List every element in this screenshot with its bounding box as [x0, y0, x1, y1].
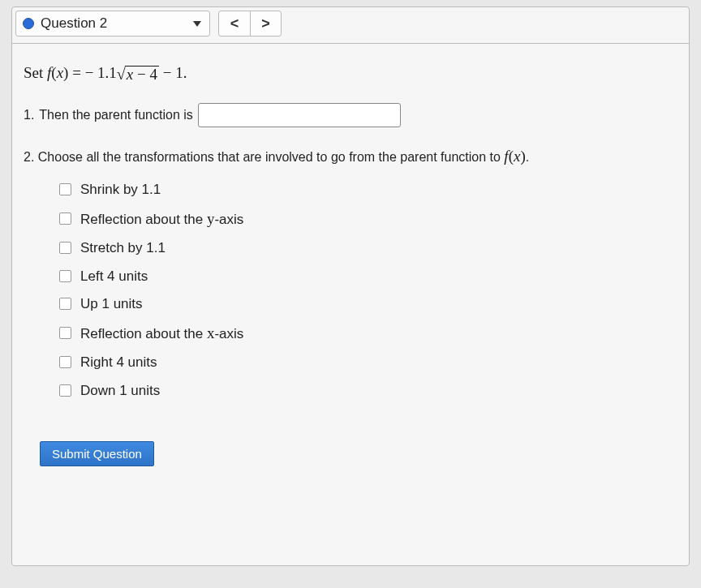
- y-var: y: [207, 210, 215, 227]
- submit-question-button[interactable]: Submit Question: [40, 441, 154, 466]
- chevron-left-icon: <: [230, 15, 239, 32]
- tail-one: 1: [175, 64, 183, 81]
- fn-period: .: [183, 64, 187, 81]
- paren-close: ): [63, 64, 68, 81]
- next-question-button[interactable]: >: [250, 11, 281, 36]
- negative-sign: −: [85, 64, 97, 81]
- checkbox-up-1[interactable]: [59, 298, 71, 310]
- radicand: x − 4: [125, 66, 159, 84]
- sqrt-expression: √x − 4: [117, 66, 159, 84]
- rad-minus: −: [133, 66, 149, 83]
- checkbox-reflect-y[interactable]: [59, 212, 71, 225]
- part-2-text: Choose all the transformations that are …: [38, 150, 505, 164]
- label-shrink: Shrink by 1.1: [80, 179, 161, 200]
- checkbox-down-1[interactable]: [59, 384, 71, 397]
- part-1-number: 1.: [24, 105, 34, 125]
- label-left-4: Left 4 units: [80, 266, 148, 287]
- checkbox-right-4[interactable]: [59, 356, 71, 368]
- fn-x: x: [57, 64, 63, 81]
- part-1: 1. Then the parent function is: [24, 103, 673, 127]
- label-up-1: Up 1 units: [80, 294, 143, 315]
- part-2-number: 2.: [24, 150, 34, 164]
- question-header: Question 2 < >: [12, 7, 689, 40]
- option-reflect-y: Reflection about the y-axis: [56, 208, 673, 231]
- p2-period: .: [526, 150, 529, 164]
- part-2: 2. Choose all the transformations that a…: [24, 145, 673, 169]
- option-left-4: Left 4 units: [56, 266, 673, 287]
- label-stretch: Stretch by 1.1: [80, 238, 166, 259]
- transformation-options: Shrink by 1.1 Reflection about the y-axi…: [56, 179, 673, 401]
- set-prefix: Set: [24, 64, 47, 81]
- coefficient: 1.1: [97, 64, 117, 81]
- question-card: Question 2 < > Set f(x) = − 1.1√x − 4: [11, 6, 690, 566]
- label-reflect-x: Reflection about the x-axis: [80, 322, 243, 346]
- checkbox-left-4[interactable]: [59, 270, 71, 282]
- parent-function-input[interactable]: [198, 103, 401, 127]
- option-down-1: Down 1 units: [56, 380, 673, 401]
- checkbox-stretch[interactable]: [59, 242, 71, 254]
- question-selector-label: Question 2: [41, 15, 107, 32]
- status-dot-icon: [23, 18, 34, 29]
- question-nav: < >: [218, 11, 282, 36]
- chevron-down-icon: [193, 21, 201, 27]
- option-shrink: Shrink by 1.1: [56, 179, 673, 200]
- rad-x: x: [127, 66, 133, 83]
- option-up-1: Up 1 units: [56, 294, 673, 315]
- rad-four: 4: [149, 66, 157, 83]
- equals-sign: =: [72, 64, 84, 81]
- function-definition: Set f(x) = − 1.1√x − 4 − 1.: [24, 62, 673, 85]
- question-selector[interactable]: Question 2: [15, 11, 210, 36]
- option-stretch: Stretch by 1.1: [56, 238, 673, 259]
- x-var: x: [207, 324, 215, 341]
- checkbox-shrink[interactable]: [59, 183, 71, 195]
- part-1-text: Then the parent function is: [39, 105, 192, 125]
- question-content: Set f(x) = − 1.1√x − 4 − 1. 1. Then the …: [12, 44, 689, 483]
- tail-minus: −: [159, 64, 175, 81]
- option-reflect-x: Reflection about the x-axis: [56, 322, 673, 346]
- label-reflect-y: Reflection about the y-axis: [80, 208, 243, 231]
- label-down-1: Down 1 units: [80, 380, 160, 401]
- prev-question-button[interactable]: <: [219, 11, 250, 36]
- option-right-4: Right 4 units: [56, 352, 673, 373]
- checkbox-reflect-x[interactable]: [59, 327, 71, 339]
- label-right-4: Right 4 units: [80, 352, 157, 373]
- chevron-right-icon: >: [261, 15, 270, 32]
